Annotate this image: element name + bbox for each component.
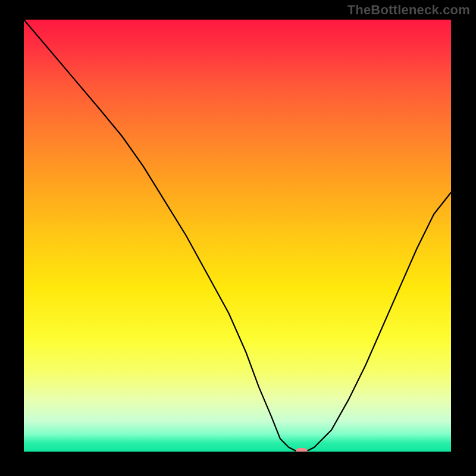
- plot-area: [24, 20, 451, 452]
- bottleneck-curve: [24, 20, 451, 452]
- optimal-marker-icon: [296, 448, 308, 452]
- watermark-text: TheBottleneck.com: [347, 2, 470, 18]
- chart-container: TheBottleneck.com: [0, 0, 476, 476]
